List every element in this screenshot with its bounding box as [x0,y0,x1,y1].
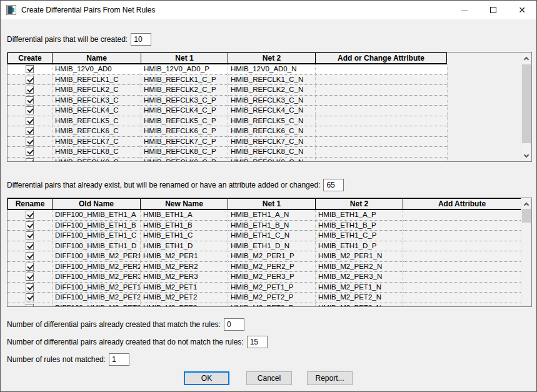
col-header-net1[interactable]: Net 1 [141,53,228,64]
table-row[interactable]: HMIB_REFCLK6_C HMIB_REFCLK6_C_P HMIB_REF… [8,126,521,137]
attribute-cell [316,75,447,86]
net2-cell: HMIB_M2_PET1_N [316,283,403,293]
table-row[interactable]: DIFF100_HMIB_M2_PER2 HMIB_M2_PER2 HMIB_M… [8,262,521,273]
checkbox-checked-icon[interactable] [26,242,34,250]
col-header-net1[interactable]: Net 1 [228,198,316,210]
scrollbar-track[interactable] [521,209,531,306]
rules-not-matched-input[interactable] [109,353,129,366]
net1-cell: HMIB_REFCLK5_C_P [141,116,228,127]
new-name-cell: HMIB_ETH1_B [141,221,228,231]
new-name-cell: HMIB_M2_PET3 [141,303,228,307]
attribute-cell [316,137,447,148]
table-row[interactable]: HMIB_REFCLK7_C HMIB_REFCLK7_C_P HMIB_REF… [8,137,521,148]
table-row[interactable]: HMIB_REFCLK8_C HMIB_REFCLK8_C_P HMIB_REF… [8,147,521,158]
col-header-net2[interactable]: Net 2 [228,53,316,64]
table-row[interactable]: HMIB_REFCLK4_C HMIB_REFCLK4_C_P HMIB_REF… [8,106,521,116]
new-name-cell: HMIB_M2_PER1 [141,251,228,262]
table-row[interactable]: DIFF100_HMIB_M2_PET2 HMIB_M2_PET2 HMIB_M… [8,293,521,303]
net1-cell: HMIB_M2_PET3_P [228,303,316,307]
scrollbar-thumb[interactable] [522,209,531,223]
col-header-add-or-change-attribute[interactable]: Add or Change Attribute [316,53,447,64]
checkbox-checked-icon[interactable] [26,221,34,229]
table-row[interactable]: DIFF100_HMIB_M2_PER3 HMIB_M2_PER3 HMIB_M… [8,272,521,283]
checkbox-checked-icon[interactable] [26,273,34,281]
table-row[interactable]: DIFF100_HMIB_M2_PET1 HMIB_M2_PET1 HMIB_M… [8,283,521,293]
ok-button[interactable]: OK [184,371,229,385]
table-row[interactable]: HMIB_REFCLK5_C HMIB_REFCLK5_C_P HMIB_REF… [8,116,521,127]
match-count-input[interactable] [224,318,244,331]
checkbox-checked-icon[interactable] [26,65,34,73]
no-match-count-input[interactable] [247,336,268,348]
rename-checkbox-cell [8,283,53,293]
attribute-cell [316,126,447,137]
table-row[interactable]: DIFF100_HMIB_ETH1_C HMIB_ETH1_C HMIB_ETH… [8,231,521,241]
scroll-up-button[interactable] [521,198,531,209]
table-row[interactable]: DIFF100_HMIB_ETH1_D HMIB_ETH1_D HMIB_ETH… [8,241,521,252]
table-row[interactable]: DIFF100_HMIB_ETH1_B HMIB_ETH1_B HMIB_ETH… [8,221,521,231]
net2-cell: HMIB_ETH1_C_P [316,231,403,241]
add-attribute-cell [403,262,521,273]
checkbox-checked-icon[interactable] [26,158,34,161]
col-header-net2[interactable]: Net 2 [316,198,403,210]
report-button[interactable]: Report... [307,371,353,385]
scroll-down-button[interactable] [521,151,531,161]
col-header-rename[interactable]: Rename [8,198,53,210]
col-header-create[interactable]: Create [8,53,53,64]
checkbox-checked-icon[interactable] [26,263,34,271]
vertical-scrollbar[interactable] [521,53,531,161]
create-checkbox-cell [8,106,53,116]
rename-checkbox-cell [8,303,53,307]
checkbox-checked-icon[interactable] [26,96,34,104]
net1-cell: HMIB_REFCLK6_C_P [141,126,228,137]
col-header-old-name[interactable]: Old Name [53,198,141,210]
col-header-name[interactable]: Name [53,53,141,64]
pair-name-cell: HMIB_REFCLK2_C [53,85,141,96]
col-header-new-name[interactable]: New Name [141,198,228,210]
vertical-scrollbar[interactable] [521,198,531,306]
scrollbar-thumb[interactable] [522,64,531,143]
rename-table-header-row: Rename Old Name New Name Net 1 Net 2 Add… [8,198,521,210]
chevron-down-icon [524,152,529,157]
table-row[interactable]: DIFF100_HMIB_ETH1_A HMIB_ETH1_A HMIB_ETH… [8,210,521,221]
checkbox-checked-icon[interactable] [26,148,34,156]
checkbox-checked-icon[interactable] [26,252,34,260]
checkbox-checked-icon[interactable] [26,283,34,291]
table-row[interactable]: DIFF100_HMIB_M2_PER1 HMIB_M2_PER1 HMIB_M… [8,251,521,262]
checkbox-checked-icon[interactable] [26,127,34,135]
checkbox-checked-icon[interactable] [26,138,34,146]
checkbox-checked-icon[interactable] [26,86,34,94]
checkbox-checked-icon[interactable] [26,106,34,114]
table-row[interactable]: HMIB_REFCLK3_C HMIB_REFCLK3_C_P HMIB_REF… [8,96,521,106]
table-row[interactable]: HMIB_REFCLK9_C HMIB_REFCLK9_C_P HMIB_REF… [8,158,521,162]
maximize-button[interactable] [479,1,508,19]
pairs-existing-input[interactable] [323,179,344,191]
checkbox-checked-icon[interactable] [26,117,34,125]
checkbox-checked-icon[interactable] [26,304,34,306]
checkbox-checked-icon[interactable] [26,76,34,84]
rules-not-matched-label: Number of rules not matched: [7,355,106,364]
close-button[interactable]: ✕ [508,1,536,19]
table-row[interactable]: DIFF100_HMIB_M2_PET3 HMIB_M2_PET3 HMIB_M… [8,303,521,307]
table-row[interactable]: HMIB_REFCLK1_C HMIB_REFCLK1_C_P HMIB_REF… [8,75,521,86]
cancel-button[interactable]: Cancel [246,371,292,385]
close-icon: ✕ [518,6,526,14]
scroll-up-button[interactable] [521,53,531,63]
new-name-cell: HMIB_ETH1_A [141,210,228,221]
scrollbar-track[interactable] [521,63,531,151]
dialog-window: Create Differential Pairs From Net Rules… [0,0,537,392]
rename-checkbox-cell [8,251,53,262]
net2-cell: HMIB_REFCLK6_C_N [228,126,316,137]
table-row[interactable]: HMIB_REFCLK2_C HMIB_REFCLK2_C_P HMIB_REF… [8,85,521,96]
new-name-cell: HMIB_M2_PET1 [141,283,228,293]
checkbox-checked-icon[interactable] [26,231,34,239]
add-attribute-cell [403,241,521,252]
net2-cell: HMIB_ETH1_A_P [316,210,403,221]
pair-name-cell: HMIB_REFCLK3_C [53,96,141,106]
pairs-created-input[interactable] [131,33,151,46]
checkbox-checked-icon[interactable] [26,211,34,219]
title-bar[interactable]: Create Differential Pairs From Net Rules… [1,1,536,19]
checkbox-checked-icon[interactable] [26,293,34,301]
table-row[interactable]: HMIB_12V0_AD0 HMIB_12V0_AD0_P HMIB_12V0_… [8,64,521,75]
col-header-add-attribute[interactable]: Add Attribute [403,198,521,210]
net2-cell: HMIB_REFCLK4_C_N [228,106,316,116]
